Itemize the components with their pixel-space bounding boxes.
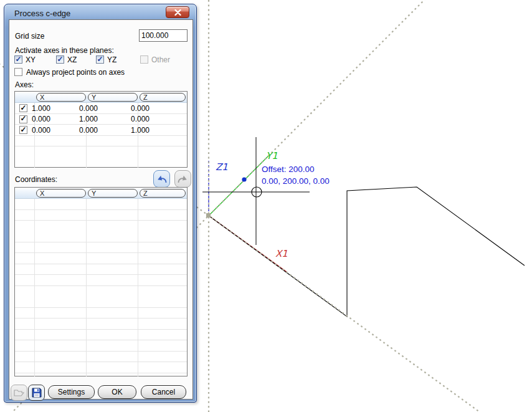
axis-y-cell[interactable]: 0.000 <box>75 104 126 113</box>
plane-xz-label: XZ <box>67 55 77 64</box>
column-divider <box>86 199 87 376</box>
close-icon <box>174 9 181 16</box>
coordinates-table-body[interactable] <box>15 199 187 376</box>
offset-annotation: Offset: 200.00 0.00, 200.00, 0.00 <box>262 163 330 187</box>
axes-header-x[interactable]: X <box>36 93 86 102</box>
offset-annotation-line2: 0.00, 200.00, 0.00 <box>262 175 330 187</box>
plane-yz-checkbox[interactable] <box>96 55 104 64</box>
redo-button <box>174 170 191 188</box>
process-c-edge-dialog: Process c-edge Grid size Activate axes i… <box>4 4 197 403</box>
x1-axis-label: X1 <box>275 248 288 259</box>
axes-row: 1.000 0.000 0.000 <box>15 103 187 114</box>
plane-other-checkbox <box>140 55 148 64</box>
axes-header-z[interactable]: Z <box>140 93 186 102</box>
close-button[interactable] <box>166 6 189 18</box>
axis-x-cell[interactable]: 0.000 <box>27 126 75 135</box>
origin-marker <box>206 213 211 218</box>
settings-button[interactable]: Settings <box>48 385 95 399</box>
coordinates-header-y[interactable]: Y <box>88 189 138 198</box>
axes-table: X Y Z 1.000 0.000 0.000 0.000 1.000 <box>14 91 188 168</box>
axis-z-cell[interactable]: 0.000 <box>126 104 177 113</box>
column-divider <box>34 199 35 376</box>
coordinates-table: X Y Z <box>14 187 188 376</box>
redo-icon <box>178 175 188 184</box>
offset-annotation-line1: Offset: 200.00 <box>262 163 330 175</box>
project-points-label: Always project points on axes <box>26 68 125 77</box>
plane-xy-label: XY <box>26 55 36 64</box>
dialog-title: Process c-edge <box>14 9 70 18</box>
axes-row: 0.000 0.000 1.000 <box>15 125 187 136</box>
axes-row: 0.000 1.000 0.000 <box>15 114 187 125</box>
axis-row-checkbox[interactable] <box>19 115 27 123</box>
coordinates-header-x[interactable]: X <box>36 189 86 198</box>
coordinates-header-z[interactable]: Z <box>140 189 186 198</box>
plane-yz-label: YZ <box>107 55 116 64</box>
axis-row-checkbox[interactable] <box>19 104 27 112</box>
y1-axis-label: Y1 <box>266 150 278 161</box>
axis-y-cell[interactable]: 1.000 <box>75 115 126 123</box>
dialog-client-area: Grid size Activate axes in these planes:… <box>9 19 193 400</box>
open-file-button <box>11 385 27 401</box>
cancel-button[interactable]: Cancel <box>141 385 186 399</box>
column-divider <box>138 199 138 376</box>
grid-size-input[interactable] <box>139 29 188 42</box>
axis-x-cell[interactable]: 0.000 <box>27 115 75 123</box>
undo-button[interactable] <box>153 170 170 188</box>
coordinates-section-label: Coordinates: <box>15 175 57 184</box>
open-folder-icon <box>14 388 24 397</box>
coordinates-table-header: X Y Z <box>15 188 187 199</box>
axis-z-cell[interactable]: 0.000 <box>126 115 177 123</box>
project-points-checkbox[interactable] <box>14 68 22 76</box>
undo-icon <box>156 175 167 184</box>
axis-row-checkbox[interactable] <box>19 126 27 134</box>
axis-y-cell[interactable]: 0.000 <box>75 126 126 135</box>
axes-table-header: X Y Z <box>15 92 187 103</box>
z1-axis-label: Z1 <box>216 161 228 173</box>
axis-x-cell[interactable]: 1.000 <box>27 104 75 113</box>
plane-other-label: Other <box>151 55 170 64</box>
axes-header-y[interactable]: Y <box>88 93 138 102</box>
grid-size-label: Grid size <box>15 32 44 41</box>
plane-xy-checkbox[interactable] <box>14 55 22 64</box>
axes-table-body: 1.000 0.000 0.000 0.000 1.000 0.000 0.00… <box>15 103 187 168</box>
axes-section-label: Axes: <box>15 80 34 89</box>
planes-section-label: Activate axes in these planes: <box>15 46 114 55</box>
floppy-disk-icon <box>32 388 42 398</box>
plane-xz-checkbox[interactable] <box>56 55 64 64</box>
axis-z-cell[interactable]: 1.000 <box>126 126 177 135</box>
save-button[interactable] <box>28 385 45 401</box>
snap-point[interactable] <box>242 177 246 181</box>
ok-button[interactable]: OK <box>98 385 136 399</box>
